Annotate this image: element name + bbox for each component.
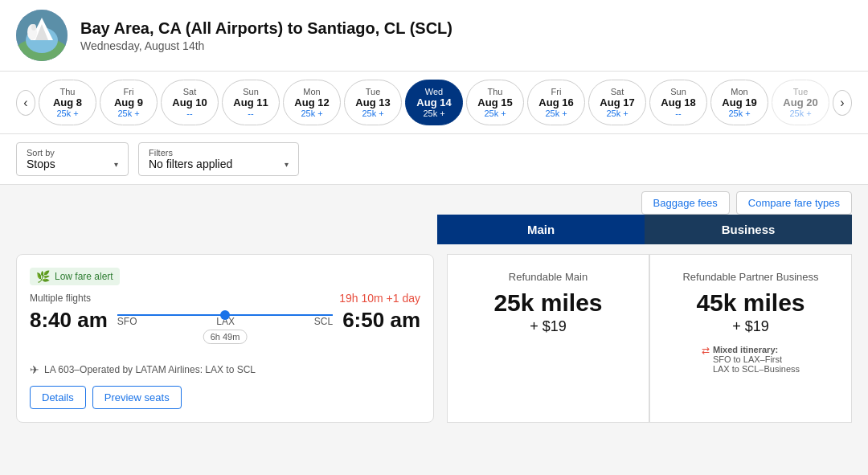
fare-tabs: Main Business (437, 215, 852, 244)
mixed-label: Mixed itinerary: (713, 345, 778, 354)
svg-point-6 (31, 24, 36, 31)
day-date: Aug 9 (114, 96, 143, 109)
day-price: 25k + (117, 109, 139, 118)
baggage-fees-button[interactable]: Baggage fees (641, 191, 730, 215)
fare-main-miles: 25k miles (493, 289, 602, 317)
day-price: 25k + (728, 109, 750, 118)
duration-info: 19h 10m +1 day (339, 292, 420, 305)
preview-seats-button[interactable]: Preview seats (92, 386, 182, 409)
day-name: Thu (488, 87, 503, 96)
day-name: Wed (425, 87, 443, 96)
date-pill-4[interactable]: MonAug 1225k + (283, 80, 341, 125)
arrive-time: 6:50 am (342, 308, 420, 333)
day-date: Aug 19 (722, 96, 756, 109)
date-pill-1[interactable]: FriAug 925k + (100, 80, 158, 125)
main-content: 🌿 Low fare alert Multiple flights 19h 10… (0, 244, 868, 432)
sort-label: Sort by (27, 148, 118, 158)
filter-chevron-icon: ▾ (285, 160, 289, 169)
date-carousel: ‹ ThuAug 825k +FriAug 925k +SatAug 10--S… (0, 72, 868, 134)
destination-image (16, 10, 68, 61)
date-pill-0[interactable]: ThuAug 825k + (39, 80, 96, 125)
day-price: -- (675, 109, 681, 118)
airline-logo-icon: ✈ (30, 363, 39, 376)
day-name: Mon (303, 87, 320, 96)
day-date: Aug 12 (294, 96, 329, 109)
date-pill-12[interactable]: TueAug 2025k + (772, 80, 829, 125)
day-price: 25k + (484, 109, 506, 118)
flight-type: Multiple flights (30, 293, 91, 304)
date-pill-5[interactable]: TueAug 1325k + (344, 80, 402, 125)
fare-main-type: Refundable Main (509, 271, 588, 283)
day-price: -- (248, 109, 253, 118)
header: Bay Area, CA (All Airports) to Santiago,… (0, 0, 868, 72)
day-price: 25k + (606, 109, 628, 118)
date-pill-7[interactable]: ThuAug 1525k + (466, 80, 524, 125)
flight-times: 8:40 am SFO LAX SCL 6h 49m 6:50 am (30, 308, 420, 333)
route-info: Bay Area, CA (All Airports) to Santiago,… (80, 19, 452, 52)
date-pill-8[interactable]: FriAug 1625k + (527, 80, 585, 125)
day-price: 25k + (423, 109, 444, 118)
airline-info: ✈ LA 603–Operated by LATAM Airlines: LAX… (30, 363, 420, 376)
fare-business-type: Refundable Partner Business (682, 271, 818, 283)
day-date: Aug 17 (600, 96, 634, 109)
fare-business-miles: 45k miles (696, 289, 805, 317)
tab-business[interactable]: Business (645, 215, 852, 244)
destination-code: SCL (314, 316, 333, 327)
day-date: Aug 14 (416, 96, 451, 109)
stopover-duration: 6h 49m (203, 330, 248, 344)
sort-value: Stops ▾ (27, 158, 118, 170)
day-name: Sat (183, 87, 197, 96)
day-name: Fri (124, 87, 134, 96)
day-price: 25k + (545, 109, 567, 118)
day-price: -- (186, 109, 192, 118)
day-name: Thu (60, 87, 76, 96)
date-pill-10[interactable]: SunAug 18-- (649, 80, 707, 125)
day-price: 25k + (789, 109, 811, 118)
date-pill-11[interactable]: MonAug 1925k + (710, 80, 768, 125)
leaf-icon: 🌿 (36, 270, 50, 283)
fare-business-col: Refundable Partner Business 45k miles + … (649, 254, 852, 423)
date-pill-2[interactable]: SatAug 10-- (161, 80, 219, 125)
day-price: 25k + (362, 109, 383, 118)
fare-main-cash: + $19 (530, 318, 567, 335)
low-fare-alert: 🌿 Low fare alert (30, 268, 120, 285)
action-row: Baggage fees Compare fare types (0, 185, 868, 215)
mixed-itinerary: ⇄ Mixed itinerary: SFO to LAX–FirstLAX t… (702, 345, 800, 374)
sort-chevron-icon: ▾ (114, 160, 118, 169)
day-date: Aug 10 (172, 96, 207, 109)
filter-label: Filters (149, 148, 289, 158)
travel-date: Wednesday, August 14th (80, 39, 452, 52)
filter-value: No filters applied ▾ (149, 158, 289, 170)
day-name: Sat (611, 87, 624, 96)
day-name: Sun (670, 87, 686, 96)
origin-code: SFO (117, 316, 137, 327)
date-pill-6[interactable]: WedAug 1425k + (405, 80, 463, 125)
fare-business-cash: + $19 (732, 318, 769, 335)
day-name: Sun (243, 87, 259, 96)
flight-actions: Details Preview seats (30, 386, 420, 409)
day-date: Aug 20 (783, 96, 817, 109)
day-price: 25k + (56, 109, 78, 118)
stopover-pill-container: 6h 49m (203, 329, 248, 343)
mixed-icon: ⇄ (702, 345, 710, 356)
depart-time: 8:40 am (30, 308, 108, 333)
fare-columns: Refundable Main 25k miles + $19 Refundab… (447, 254, 852, 423)
filters-bar: Sort by Stops ▾ Filters No filters appli… (0, 134, 868, 185)
carousel-next[interactable]: › (833, 90, 852, 116)
sort-dropdown[interactable]: Sort by Stops ▾ (16, 142, 129, 176)
day-name: Fri (551, 87, 562, 96)
day-name: Mon (731, 87, 747, 96)
date-pills: ThuAug 825k +FriAug 925k +SatAug 10--Sun… (39, 80, 829, 125)
date-pill-3[interactable]: SunAug 11-- (222, 80, 280, 125)
details-button[interactable]: Details (30, 386, 86, 409)
flight-line: SFO LAX SCL 6h 49m (117, 314, 333, 327)
tab-main[interactable]: Main (437, 215, 645, 244)
day-name: Tue (793, 87, 809, 96)
compare-fare-types-button[interactable]: Compare fare types (736, 191, 852, 215)
day-date: Aug 16 (538, 96, 573, 109)
filter-dropdown[interactable]: Filters No filters applied ▾ (138, 142, 299, 176)
date-pill-9[interactable]: SatAug 1725k + (588, 80, 646, 125)
day-name: Tue (366, 87, 381, 96)
carousel-prev[interactable]: ‹ (16, 90, 35, 116)
day-date: Aug 18 (661, 96, 695, 109)
